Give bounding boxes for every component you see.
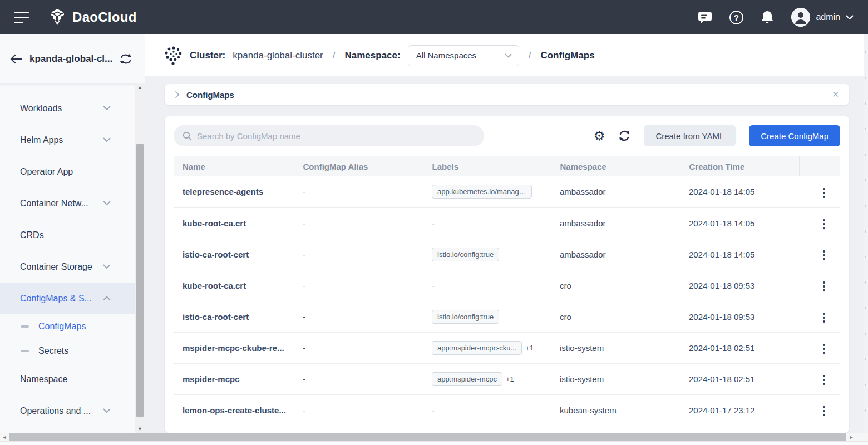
more-actions-icon[interactable] <box>820 185 828 201</box>
sidebar-item-configmaps-s-[interactable]: ConfigMaps & S... <box>0 283 135 314</box>
sidebar-item-operator-app[interactable]: Operator App <box>0 156 135 187</box>
actions-cell <box>799 394 840 426</box>
table-header-row: NameConfigMap AliasLabelsNamespaceCreati… <box>174 156 840 176</box>
sidebar-subitem-configmaps[interactable]: ConfigMaps <box>0 314 135 339</box>
search-box[interactable] <box>174 125 484 146</box>
breadcrumb-tab[interactable]: ConfigMaps ✕ <box>165 84 849 105</box>
sidebar-cluster-name[interactable]: kpanda-global-cl... <box>29 53 112 65</box>
sidebar-item-operations-and-[interactable]: Operations and ... <box>0 395 135 427</box>
more-actions-icon[interactable] <box>820 247 828 264</box>
caret-down-icon <box>846 15 854 20</box>
avatar <box>791 8 810 27</box>
chevron-down-icon <box>103 106 111 111</box>
configmap-name[interactable]: istio-ca-root-cert <box>174 301 294 332</box>
topbar: DaoCloud ? <box>0 0 868 34</box>
separator: / <box>529 50 531 61</box>
label-more-count[interactable]: +1 <box>506 375 514 383</box>
back-arrow-icon[interactable] <box>10 54 22 64</box>
configmap-namespace: istio-system <box>551 363 680 394</box>
configmap-creation-time: 2024-01-18 14:05 <box>680 176 799 207</box>
table-row: kube-root-ca.crt--ambassador2024-01-18 1… <box>174 207 840 239</box>
configmap-creation-time: 2024-01-17 23:12 <box>680 394 799 426</box>
configmap-alias: - <box>294 270 423 301</box>
configmap-labels: - <box>423 394 551 426</box>
gear-icon[interactable]: ⚙ <box>594 130 605 142</box>
actions-cell <box>799 301 840 332</box>
sidebar-item-namespace[interactable]: Namespace <box>0 363 135 395</box>
sidebar-scrollbar-thumb[interactable] <box>136 144 144 417</box>
brand-name: DaoCloud <box>72 9 137 25</box>
namespace-label: Namespace: <box>345 50 401 61</box>
configmap-alias: - <box>294 207 423 239</box>
chat-icon[interactable] <box>698 10 712 24</box>
configmap-alias: - <box>294 176 423 207</box>
help-icon[interactable]: ? <box>729 10 743 24</box>
scroll-up-icon[interactable]: ▲ <box>137 85 142 90</box>
configmap-namespace: istio-system <box>551 332 680 363</box>
create-from-yaml-button[interactable]: Create from YAML <box>644 125 736 146</box>
sidebar-item-label: ConfigMaps <box>38 322 86 332</box>
configmap-name[interactable]: kube-root-ca.crt <box>174 270 294 301</box>
search-input[interactable] <box>197 131 475 141</box>
sidebar-scrollbar[interactable]: ▲ ▼ <box>135 83 145 433</box>
configmap-namespace: kubean-system <box>551 394 680 426</box>
menu-icon[interactable] <box>14 12 29 23</box>
configmap-creation-time: 2024-01-18 02:51 <box>680 332 799 363</box>
cluster-label: Cluster: <box>190 50 225 61</box>
cluster-value[interactable]: kpanda-global-cluster <box>233 50 323 61</box>
sidebar-item-helm-apps[interactable]: Helm Apps <box>0 124 135 156</box>
more-actions-icon[interactable] <box>820 403 828 419</box>
sidebar-item-label: Operations and ... <box>20 406 91 416</box>
user-name: admin <box>816 12 840 22</box>
label-chip: app.kubernetes.io/manage... <box>432 185 532 199</box>
more-actions-icon[interactable] <box>820 372 828 388</box>
more-actions-icon[interactable] <box>820 309 828 326</box>
more-actions-icon[interactable] <box>820 278 828 295</box>
horizontal-scrollbar[interactable]: ◄ ► <box>0 433 868 441</box>
close-icon[interactable]: ✕ <box>832 90 839 100</box>
configmaps-panel: ⚙ Create from YAML Create ConfigMap <box>165 116 849 433</box>
create-configmap-button[interactable]: Create ConfigMap <box>749 125 840 146</box>
configmap-labels: app:mspider-mcpc-cku...+1 <box>423 332 551 363</box>
configmap-name[interactable]: istio-ca-root-cert <box>174 239 294 270</box>
scroll-down-icon[interactable]: ▼ <box>137 426 142 432</box>
switch-cluster-icon[interactable] <box>120 53 132 65</box>
bell-icon[interactable] <box>760 10 775 24</box>
user-menu[interactable]: admin <box>791 8 854 27</box>
sidebar-item-crds[interactable]: CRDs <box>0 219 135 251</box>
table-row: kube-root-ca.crt--cro2024-01-18 09:53 <box>174 270 840 301</box>
brand[interactable]: DaoCloud <box>48 8 137 27</box>
tab-title: ConfigMaps <box>186 90 234 100</box>
configmap-alias: - <box>294 332 423 363</box>
configmap-name[interactable]: telepresence-agents <box>174 176 294 207</box>
sidebar-item-workloads[interactable]: Workloads <box>0 92 135 124</box>
sidebar-item-label: Workloads <box>20 103 62 113</box>
sidebar-item-container-storage[interactable]: Container Storage <box>0 251 135 283</box>
sidebar-item-label: Operator App <box>20 167 73 177</box>
column-header-namespace: Namespace <box>551 156 680 176</box>
actions-cell <box>799 270 840 301</box>
configmap-alias: - <box>294 301 423 332</box>
configmap-name[interactable]: mspider-mcpc-ckube-re... <box>174 332 294 363</box>
scroll-right-icon[interactable]: ► <box>847 433 856 441</box>
sidebar-item-label: Container Netw... <box>20 199 88 209</box>
configmap-name[interactable]: kube-root-ca.crt <box>174 207 294 239</box>
sidebar-subitem-secrets[interactable]: Secrets <box>0 339 135 363</box>
label-more-count[interactable]: +1 <box>525 344 534 352</box>
configmap-name[interactable]: mspider-mcpc <box>174 363 294 394</box>
scroll-left-icon[interactable]: ◄ <box>0 433 9 441</box>
configmap-namespace: cro <box>551 270 680 301</box>
refresh-icon[interactable] <box>618 130 630 142</box>
configmap-namespace: ambassador <box>551 176 680 207</box>
configmap-name[interactable]: lemon-ops-create-cluste... <box>174 394 294 426</box>
configmap-creation-time: 2024-01-18 09:53 <box>680 270 799 301</box>
horizontal-scrollbar-thumb[interactable] <box>9 433 846 441</box>
more-actions-icon[interactable] <box>820 216 828 233</box>
configmap-namespace: cro <box>551 301 680 332</box>
more-actions-icon[interactable] <box>820 340 828 357</box>
configmap-alias: - <box>294 363 423 394</box>
namespace-select[interactable]: All Namespaces <box>408 45 519 66</box>
configmap-labels: - <box>423 207 551 239</box>
bottom-strip <box>0 441 868 445</box>
sidebar-item-container-netw-[interactable]: Container Netw... <box>0 187 135 219</box>
